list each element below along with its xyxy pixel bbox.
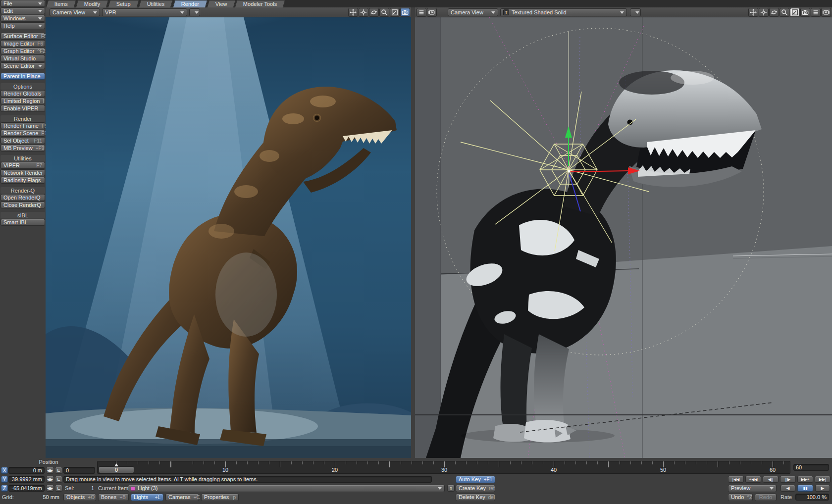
sidebar-item-image-editor[interactable]: Image EditorF6 <box>0 40 45 47</box>
zoom-view-icon[interactable] <box>379 8 389 17</box>
frame-slider-knob[interactable]: 0 <box>99 466 134 473</box>
sidebar-item-network-render[interactable]: Network Render <box>0 169 45 176</box>
viewport-left-canvas[interactable] <box>46 17 411 458</box>
z-position-field[interactable]: -65.0419mm <box>8 485 45 492</box>
tab-utilities[interactable]: Utilities <box>139 0 173 7</box>
zoom-view-icon[interactable] <box>780 8 789 17</box>
current-frame-field[interactable]: 0 <box>63 467 95 474</box>
pan-icon[interactable] <box>748 8 758 17</box>
sidebar-item-limited-region[interactable]: Limited Regionl <box>0 98 45 104</box>
sidebar-item-surface-editor[interactable]: Surface EditorF5 <box>0 33 45 40</box>
viewport-menu-icon[interactable] <box>811 8 821 17</box>
camera-view-icon[interactable] <box>400 8 410 17</box>
mode-button-bones[interactable]: Bones+B <box>98 494 129 501</box>
move-tool-icon[interactable] <box>359 8 368 17</box>
nudge-buttons[interactable]: ◀▶ <box>46 467 54 474</box>
x-position-field[interactable]: 0 m <box>8 467 45 474</box>
render-mode-label: VPR <box>105 9 116 15</box>
delete-key-button[interactable]: Delete Key del <box>456 494 495 501</box>
tab-items[interactable]: Items <box>46 0 76 7</box>
sidebar-item-virtual-studio[interactable]: Virtual Studio <box>0 55 45 62</box>
menu-windows[interactable]: Windows <box>0 15 45 22</box>
create-key-button[interactable]: Create Key ret <box>456 485 495 492</box>
current-item-dropdown[interactable]: Light (3) <box>128 485 445 492</box>
sidebar-item-parent-in-place[interactable]: Parent in Place <box>0 73 45 80</box>
undo-button[interactable]: Undo ^Z <box>728 494 753 501</box>
preview-dropdown[interactable]: Preview <box>728 485 777 492</box>
sidebar-item-open-renderq[interactable]: Open RenderQ <box>0 194 45 201</box>
frame-slider-value: 0 <box>115 467 118 473</box>
rotate-view-icon[interactable] <box>369 8 379 17</box>
sidebar-item-render-scene[interactable]: Render SceneF10 <box>0 130 45 137</box>
lightwave-layout-window: ItemsModifySetupUtilitiesRenderViewModel… <box>0 0 832 504</box>
next-frame-button[interactable]: ||▶ <box>780 476 796 483</box>
viewport-menu-icon[interactable] <box>416 8 426 17</box>
mode-button-objects[interactable]: Objects+O <box>63 494 96 501</box>
menu-help[interactable]: Help <box>0 22 45 29</box>
viewport-right-canvas[interactable] <box>415 17 832 458</box>
pan-icon[interactable] <box>348 8 358 17</box>
sidebar-item-render-frame[interactable]: Render FrameF9 <box>0 122 45 129</box>
previous-key-button[interactable]: +◀◀ <box>745 476 761 483</box>
envelope-button[interactable]: E <box>55 467 62 474</box>
button-label: Virtual Studio <box>3 55 36 62</box>
tab-view[interactable]: View <box>207 0 235 7</box>
sidebar-item-smart-ibl[interactable]: Smart IBL <box>0 219 45 226</box>
end-frame-field[interactable]: 60 <box>793 464 829 471</box>
sidebar-item-scene-editor[interactable]: Scene Editor <box>0 62 45 69</box>
sidebar-item-mb-preview[interactable]: MB Preview+F9 <box>0 145 45 151</box>
sidebar-item-sel-object[interactable]: Sel ObjectF11 <box>0 137 45 144</box>
viewport-splitter[interactable] <box>411 7 415 458</box>
mode-label: Lights <box>134 494 148 501</box>
sidebar-item-close-renderq[interactable]: Close RenderQ <box>0 202 45 208</box>
render-mode-dropdown-left[interactable]: VPR <box>102 8 187 16</box>
tab-modeler-tools[interactable]: Modeler Tools <box>235 0 286 7</box>
mode-button-lights[interactable]: Lights+L <box>131 494 163 501</box>
view-type-dropdown-left[interactable]: Camera View <box>50 8 100 16</box>
previous-frame-button[interactable]: ◀|| <box>763 476 779 483</box>
camera-view-icon[interactable] <box>800 8 810 17</box>
maximize-viewport-icon[interactable] <box>390 8 400 17</box>
sidebar-item-enable-viper[interactable]: Enable VIPER <box>0 105 45 112</box>
viewport-record-icon[interactable] <box>427 8 437 17</box>
x-axis-badge[interactable]: X <box>1 467 8 474</box>
play-reverse-button[interactable]: ◀ <box>780 485 795 492</box>
sidebar-item-radiosity-flags[interactable]: Radiosity Flags <box>0 177 45 184</box>
mode-button-properties[interactable]: Propertiesp <box>201 494 239 501</box>
viewport-options-dropdown[interactable] <box>189 8 200 16</box>
y-axis-badge[interactable]: Y <box>1 476 8 483</box>
tab-render[interactable]: Render <box>172 0 207 7</box>
viewport-record-icon[interactable] <box>821 8 831 17</box>
jump-to-end-button[interactable]: ▶▶| <box>815 476 831 483</box>
nudge-buttons[interactable]: ◀▶ <box>46 485 54 492</box>
nudge-buttons[interactable]: ◀▶ <box>46 476 54 483</box>
item-panel-button[interactable]: ▯ <box>447 485 455 492</box>
envelope-button[interactable]: E <box>55 476 62 483</box>
rotate-view-icon[interactable] <box>769 8 779 17</box>
menu-edit[interactable]: Edit <box>0 7 45 14</box>
sidebar-item-render-globals[interactable]: Render Globals <box>0 90 45 97</box>
mode-label: Bones <box>101 494 116 501</box>
sidebar-item-viper[interactable]: VIPERF7 <box>0 162 45 169</box>
tab-modify[interactable]: Modify <box>76 0 109 7</box>
play-button[interactable]: ▶ <box>815 485 830 492</box>
envelope-button[interactable]: E <box>55 485 62 492</box>
jump-to-start-button[interactable]: |◀◀ <box>728 476 744 483</box>
mode-button-cameras[interactable]: Cameras+C <box>165 494 199 501</box>
redo-button[interactable]: Redo <box>755 494 777 501</box>
render-mode-dropdown-right[interactable]: T Textured Shaded Solid <box>500 8 627 16</box>
y-position-field[interactable]: 39.9992 mm <box>8 476 45 483</box>
auto-key-button[interactable]: Auto Key +F1 <box>456 476 495 483</box>
viewport-options-dropdown[interactable] <box>630 8 641 16</box>
z-axis-badge[interactable]: Z <box>1 485 8 492</box>
tab-setup[interactable]: Setup <box>108 0 139 7</box>
timeline-ruler[interactable]: 0102030405060 0 <box>97 461 790 474</box>
maximize-viewport-icon[interactable] <box>790 8 800 17</box>
view-type-dropdown-right[interactable]: Camera View <box>448 8 498 16</box>
menu-file[interactable]: File <box>0 0 45 7</box>
move-tool-icon[interactable] <box>759 8 769 17</box>
next-key-button[interactable]: ▶▶+ <box>797 476 813 483</box>
sidebar-item-graph-editor[interactable]: Graph Editor^F2 <box>0 48 45 54</box>
rate-value-field[interactable]: 100.0 % <box>795 494 829 501</box>
pause-button[interactable]: ▮▮ <box>797 485 813 492</box>
